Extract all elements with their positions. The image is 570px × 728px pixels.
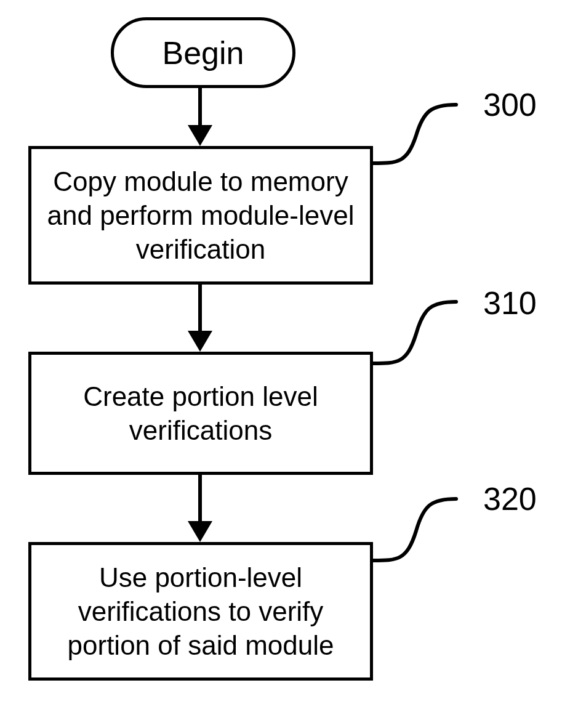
arrow-line: [198, 475, 202, 521]
step-label: 310: [483, 285, 537, 322]
flowchart-canvas: Begin Copy module to memory and perform …: [0, 0, 570, 728]
step-label: 320: [483, 480, 537, 517]
arrow-down-icon: [188, 125, 212, 146]
begin-label: Begin: [163, 34, 244, 71]
step-node-300: Copy module to memory and perform module…: [28, 146, 373, 285]
callout-line-icon: [373, 493, 478, 564]
step-text: Create portion level verifications: [42, 379, 359, 447]
arrow-down-icon: [188, 521, 212, 542]
arrow-line: [198, 285, 202, 331]
step-node-310: Create portion level verifications: [28, 352, 373, 475]
step-label: 300: [483, 86, 537, 123]
arrow-down-icon: [188, 331, 212, 352]
callout-line-icon: [373, 296, 478, 366]
step-text: Copy module to memory and perform module…: [42, 164, 359, 266]
callout-line-icon: [373, 99, 478, 166]
step-text: Use portion-level verifications to verif…: [42, 560, 359, 662]
step-node-320: Use portion-level verifications to verif…: [28, 542, 373, 681]
arrow-line: [198, 88, 202, 125]
begin-node: Begin: [111, 17, 295, 88]
